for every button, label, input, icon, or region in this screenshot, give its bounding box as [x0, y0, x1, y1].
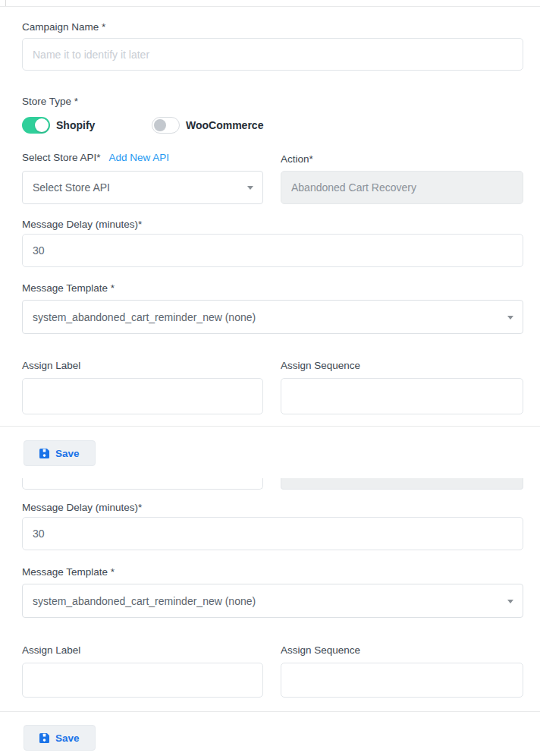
shopify-toggle-label: Shopify — [56, 119, 95, 131]
campaign-name-input[interactable] — [22, 38, 523, 71]
shopify-toggle-group: Shopify — [22, 117, 152, 134]
form-card-1: Campaign Name * Store Type * Shopify Woo… — [0, 21, 540, 414]
assign-label-input[interactable] — [22, 378, 263, 414]
store-type-toggles: Shopify WooCommerce — [22, 116, 523, 134]
chevron-down-icon — [507, 600, 513, 603]
campaign-name-label: Campaign Name * — [22, 21, 523, 33]
woocommerce-toggle[interactable] — [152, 117, 180, 134]
top-divider — [0, 6, 540, 7]
message-template-label: Message Template * — [22, 282, 523, 294]
clipped-action-field — [281, 478, 523, 490]
store-api-select-value: Select Store API — [33, 181, 110, 194]
add-new-api-link[interactable]: Add New API — [109, 152, 170, 163]
message-delay-label: Message Delay (minutes)* — [22, 219, 523, 230]
store-type-label: Store Type * — [22, 96, 523, 107]
message-delay-input[interactable] — [22, 234, 523, 267]
assign-label-row: Assign Label Assign Sequence — [22, 643, 523, 657]
message-delay-label: Message Delay (minutes)* — [22, 502, 523, 513]
save-button[interactable]: Save — [24, 440, 96, 466]
assign-label-label: Assign Label — [22, 644, 80, 656]
message-template-label: Message Template * — [22, 566, 523, 578]
shopify-toggle[interactable] — [22, 117, 50, 134]
toggle-knob — [154, 119, 166, 131]
message-template-select-2[interactable]: system_abandoned_cart_reminder_new (none… — [22, 584, 523, 618]
assign-sequence-input-2[interactable] — [281, 663, 523, 698]
card-left-border — [5, 0, 6, 6]
form-2-footer: Save — [0, 725, 540, 751]
toggle-knob — [35, 118, 49, 132]
chevron-down-icon — [507, 316, 513, 320]
assign-sequence-label: Assign Sequence — [281, 644, 360, 656]
chevron-down-icon — [247, 186, 253, 190]
api-action-field-row: Select Store API — [22, 171, 523, 204]
assign-sequence-label: Assign Sequence — [281, 360, 360, 371]
action-input — [281, 171, 523, 204]
form-1-footer: Save — [0, 440, 540, 466]
campaign-form-page: Campaign Name * Store Type * Shopify Woo… — [0, 0, 540, 756]
save-button-label: Save — [55, 448, 80, 459]
save-button-label: Save — [55, 732, 80, 744]
save-icon — [39, 733, 49, 743]
api-action-label-row: Select Store API* Add New API Action* — [22, 152, 523, 165]
assign-label-input-2[interactable] — [22, 663, 263, 698]
message-template-select-value: system_abandoned_cart_reminder_new (none… — [33, 595, 256, 607]
clipped-field-row — [22, 478, 523, 490]
woocommerce-toggle-label: WooCommerce — [186, 119, 263, 131]
message-template-select-value: system_abandoned_cart_reminder_new (none… — [33, 311, 256, 323]
assign-label-label: Assign Label — [22, 360, 80, 371]
save-icon — [39, 449, 49, 458]
woocommerce-toggle-group: WooCommerce — [152, 117, 263, 134]
card-top-edge — [0, 0, 540, 6]
message-template-select[interactable]: system_abandoned_cart_reminder_new (none… — [22, 300, 523, 334]
card-footer-divider — [0, 711, 540, 712]
action-label: Action* — [281, 153, 313, 165]
store-api-select[interactable]: Select Store API — [22, 171, 263, 204]
assign-sequence-input[interactable] — [281, 378, 523, 414]
form-card-2: Message Delay (minutes)* Message Templat… — [0, 478, 540, 698]
assign-field-row — [22, 663, 523, 698]
message-delay-input-2[interactable] — [22, 517, 523, 550]
assign-field-row — [22, 378, 523, 414]
card-footer-divider — [0, 426, 540, 427]
store-api-label: Select Store API* — [22, 152, 101, 163]
assign-label-row: Assign Label Assign Sequence — [22, 358, 523, 372]
clipped-store-api-select[interactable] — [22, 478, 263, 490]
save-button-2[interactable]: Save — [24, 725, 96, 751]
